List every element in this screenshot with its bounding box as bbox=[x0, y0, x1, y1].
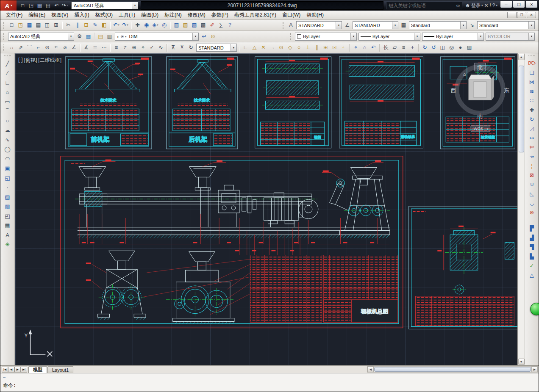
send-to-back-button[interactable]: ▟ bbox=[527, 233, 537, 243]
spell-check-button[interactable]: ✓ bbox=[527, 261, 537, 271]
rotate-button[interactable]: ↻ bbox=[527, 115, 537, 124]
toolbar-grip[interactable] bbox=[290, 33, 292, 40]
menu-item-4[interactable]: 格式(O) bbox=[92, 11, 116, 19]
ellipse-arc-button[interactable]: ◠ bbox=[3, 154, 13, 164]
extend-button[interactable]: ↠ bbox=[527, 152, 537, 161]
ellipse-button[interactable]: ◯ bbox=[3, 145, 13, 155]
dim-update-button[interactable]: ↻ bbox=[186, 44, 195, 52]
measure-length-button[interactable]: 长 bbox=[381, 44, 390, 52]
toolbar-grip[interactable] bbox=[4, 55, 11, 57]
publish-button[interactable]: ⊞ bbox=[52, 21, 61, 30]
orbit-button[interactable]: ◎ bbox=[447, 44, 456, 52]
arc-button[interactable]: ⌒ bbox=[3, 107, 13, 116]
center-mark-button[interactable]: ⌖ bbox=[139, 44, 147, 52]
dim-angular-button[interactable]: ∠ bbox=[69, 44, 78, 52]
dim-aligned-button[interactable]: ⇗ bbox=[16, 44, 25, 52]
dim-space-button[interactable]: ≡ bbox=[112, 44, 121, 52]
scroll-up-button[interactable]: ▲ bbox=[518, 54, 525, 60]
combo-arrow-icon[interactable]: ▾ bbox=[350, 33, 356, 40]
materials-button[interactable]: ▨ bbox=[465, 44, 474, 52]
offset-button[interactable]: ≋ bbox=[527, 87, 537, 96]
first-tab-button[interactable]: |◀ bbox=[2, 367, 8, 373]
explode-button[interactable]: ⊛ bbox=[527, 208, 537, 217]
horizontal-scrollbar[interactable]: ◀ ▶ bbox=[367, 366, 538, 373]
zoom-window-button[interactable]: ◈▾ bbox=[151, 21, 160, 30]
markup-set-manager-button[interactable]: ✐ bbox=[208, 21, 217, 30]
qnew-button[interactable]: □ bbox=[19, 2, 27, 10]
toolbar-grip[interactable] bbox=[283, 22, 285, 29]
workspace-combo[interactable]: AutoCAD 经典 ▾ bbox=[71, 2, 138, 9]
snap-quadrant-button[interactable]: ◇ bbox=[286, 44, 295, 52]
cut-button[interactable]: ✂ bbox=[64, 21, 73, 30]
revcloud-button[interactable]: ☁ bbox=[3, 126, 13, 135]
scroll-down-button[interactable]: ▼ bbox=[518, 359, 525, 365]
plot-button[interactable]: ▤ bbox=[44, 2, 52, 10]
gradient-button[interactable]: ▧ bbox=[3, 202, 13, 212]
toolbar-grip[interactable] bbox=[3, 33, 6, 40]
maximize-button[interactable]: ❐ bbox=[513, 1, 525, 8]
lineweight-combo[interactable]: ByLayer ▾ bbox=[422, 33, 484, 41]
dim-continue-button[interactable]: ⋯ bbox=[100, 44, 108, 52]
combo-arrow-icon[interactable]: ▾ bbox=[68, 33, 74, 40]
layer-combo[interactable]: ◐☀▪ DIM ▾ bbox=[115, 33, 199, 41]
polyline-button[interactable]: ∟ bbox=[3, 78, 13, 88]
combo-arrow-icon[interactable]: ▾ bbox=[336, 22, 342, 29]
combo-arrow-icon[interactable]: ▾ bbox=[478, 33, 483, 40]
layer-properties-button[interactable]: ▤ bbox=[96, 32, 105, 41]
doc-close-button[interactable]: ✕ bbox=[527, 12, 536, 18]
binoculars-search-icon[interactable]: ∞ bbox=[456, 3, 461, 8]
app-menu-button[interactable]: A ▾ bbox=[0, 0, 17, 11]
combo-arrow-icon[interactable]: ▾ bbox=[231, 44, 236, 51]
layer-previous-button[interactable]: ↩ bbox=[200, 32, 208, 41]
copy-clip-button[interactable]: ∥ bbox=[73, 21, 82, 30]
polygon-button[interactable]: ⌂ bbox=[3, 88, 13, 97]
menu-item-9[interactable]: 参数(P) bbox=[208, 11, 231, 19]
region-button[interactable]: ◰ bbox=[3, 211, 13, 221]
alert-button[interactable]: ! bbox=[489, 3, 491, 8]
viewport-menu-button[interactable]: [-] bbox=[18, 57, 23, 64]
dim-arc-length-button[interactable]: ⌒ bbox=[25, 44, 34, 52]
wcs-menu[interactable]: WCS ▾ bbox=[471, 125, 490, 132]
save-button[interactable]: ▦ bbox=[36, 2, 44, 10]
qnew-button[interactable]: □ bbox=[7, 21, 16, 30]
snap-intersection-button[interactable]: ✕ bbox=[259, 44, 268, 52]
menu-item-6[interactable]: 绘图(D) bbox=[138, 11, 161, 19]
view-control-button[interactable]: [俯视] bbox=[24, 57, 37, 64]
break-at-point-button[interactable]: ¦ bbox=[527, 161, 537, 171]
table-style-button[interactable]: ▦ bbox=[399, 21, 408, 30]
erase-button[interactable]: ⌦ bbox=[527, 59, 537, 68]
array-button[interactable]: ∷ bbox=[527, 96, 537, 105]
chamfer-button[interactable]: ◺ bbox=[527, 189, 537, 199]
combo-arrow-icon[interactable]: ▾ bbox=[192, 33, 198, 40]
construction-line-button[interactable]: ∕ bbox=[3, 69, 13, 78]
menu-item-10[interactable]: 燕秀工具箱2.81(Y) bbox=[231, 11, 279, 19]
ucs-button[interactable]: ⌖ bbox=[351, 44, 360, 52]
circle-button[interactable]: ○ bbox=[3, 116, 13, 126]
menu-item-2[interactable]: 视图(V) bbox=[48, 11, 71, 19]
dim-baseline-button[interactable]: ≣ bbox=[91, 44, 100, 52]
last-tab-button[interactable]: ▶| bbox=[21, 367, 27, 373]
pan-button[interactable]: ✚ bbox=[133, 21, 142, 30]
bring-to-front-button[interactable]: ▛ bbox=[527, 224, 537, 233]
drawing-area[interactable]: [-] [俯视] [二维线框] bbox=[15, 53, 517, 365]
send-under-objects-button[interactable]: ▙ bbox=[527, 252, 537, 261]
measure-area-button[interactable]: ▱ bbox=[390, 44, 399, 52]
scale-button[interactable]: ◿ bbox=[527, 124, 537, 133]
text-style-combo[interactable]: STANDARD ▾ bbox=[296, 21, 342, 29]
menu-item-3[interactable]: 插入(I) bbox=[71, 11, 92, 19]
list-button[interactable]: ≡ bbox=[399, 44, 408, 52]
spline-button[interactable]: ∿ bbox=[3, 135, 13, 145]
snap-tangent-button[interactable]: ○ bbox=[295, 44, 303, 52]
dimension-style-combo[interactable]: STANDARD ▾ bbox=[196, 44, 237, 52]
toolbar-grip[interactable] bbox=[528, 55, 535, 57]
scroll-right-button[interactable]: ▶ bbox=[531, 367, 538, 372]
save-button[interactable]: ▦ bbox=[25, 21, 34, 30]
redo-button[interactable]: ↷▾ bbox=[61, 2, 69, 10]
dim-diameter-button[interactable]: ⌀ bbox=[61, 44, 69, 52]
match-properties-button[interactable]: ✎ bbox=[91, 21, 100, 30]
id-point-button[interactable]: + bbox=[408, 44, 417, 52]
designcenter-button[interactable]: ▧ bbox=[181, 21, 190, 30]
combo-arrow-icon[interactable]: ▾ bbox=[132, 2, 138, 9]
snap-insert-button[interactable]: ⊞ bbox=[321, 44, 330, 52]
dim-ordinate-button[interactable]: ⌐ bbox=[34, 44, 43, 52]
